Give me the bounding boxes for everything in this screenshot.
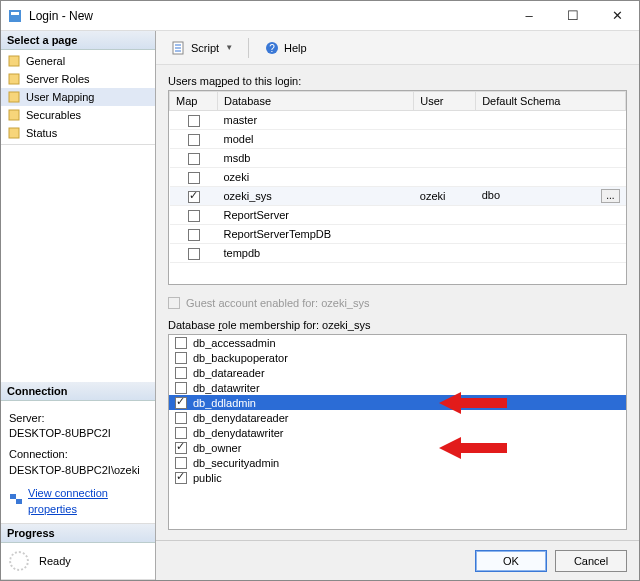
map-checkbox[interactable]: [188, 172, 200, 184]
guest-checkbox: [168, 297, 180, 309]
schema-browse-button[interactable]: ...: [601, 189, 619, 203]
mapping-row[interactable]: tempdb: [170, 244, 626, 263]
svg-rect-8: [16, 499, 22, 504]
role-checkbox[interactable]: [175, 442, 187, 454]
col-user[interactable]: User: [414, 92, 476, 111]
role-db_denydatawriter[interactable]: db_denydatawriter: [169, 425, 626, 440]
cancel-button[interactable]: Cancel: [555, 550, 627, 572]
schema-cell: [476, 130, 626, 149]
page-label: Securables: [26, 109, 81, 121]
user-cell: [414, 149, 476, 168]
role-label: db_securityadmin: [193, 457, 279, 469]
script-icon: [171, 40, 187, 56]
mapping-row[interactable]: master: [170, 111, 626, 130]
db-cell: msdb: [218, 149, 414, 168]
role-db_datareader[interactable]: db_datareader: [169, 365, 626, 380]
svg-rect-4: [9, 92, 19, 102]
role-public[interactable]: public: [169, 470, 626, 485]
map-checkbox[interactable]: [188, 248, 200, 260]
role-label: db_denydatareader: [193, 412, 288, 424]
close-button[interactable]: ✕: [595, 1, 639, 30]
mapping-row[interactable]: ReportServerTempDB: [170, 225, 626, 244]
schema-cell: [476, 111, 626, 130]
page-icon: [7, 108, 21, 122]
page-server-roles[interactable]: Server Roles: [1, 70, 155, 88]
role-db_accessadmin[interactable]: db_accessadmin: [169, 335, 626, 350]
schema-cell: [476, 168, 626, 187]
role-checkbox[interactable]: [175, 412, 187, 424]
page-status[interactable]: Status: [1, 124, 155, 142]
page-icon: [7, 90, 21, 104]
progress-status: Ready: [39, 555, 71, 567]
mapping-row[interactable]: model: [170, 130, 626, 149]
user-cell: [414, 130, 476, 149]
map-checkbox[interactable]: [188, 115, 200, 127]
server-value: DESKTOP-8UBPC2I: [9, 426, 147, 441]
user-cell: [414, 111, 476, 130]
col-database[interactable]: Database: [218, 92, 414, 111]
maximize-button[interactable]: ☐: [551, 1, 595, 30]
script-button[interactable]: Script ▼: [164, 37, 240, 59]
map-checkbox[interactable]: [188, 134, 200, 146]
page-general[interactable]: General: [1, 52, 155, 70]
role-label: db_accessadmin: [193, 337, 276, 349]
map-checkbox[interactable]: [188, 191, 200, 203]
app-icon: [7, 8, 23, 24]
ok-button[interactable]: OK: [475, 550, 547, 572]
page-user-mapping[interactable]: User Mapping: [1, 88, 155, 106]
db-cell: ReportServerTempDB: [218, 225, 414, 244]
help-button[interactable]: ? Help: [257, 37, 314, 59]
col-map[interactable]: Map: [170, 92, 218, 111]
role-checkbox[interactable]: [175, 472, 187, 484]
role-checkbox[interactable]: [175, 427, 187, 439]
role-checkbox[interactable]: [175, 397, 187, 409]
connection-value: DESKTOP-8UBPC2I\ozeki: [9, 463, 147, 478]
map-checkbox[interactable]: [188, 229, 200, 241]
role-db_ddladmin[interactable]: db_ddladmin: [169, 395, 626, 410]
role-checkbox[interactable]: [175, 382, 187, 394]
role-db_denydatareader[interactable]: db_denydatareader: [169, 410, 626, 425]
role-db_securityadmin[interactable]: db_securityadmin: [169, 455, 626, 470]
view-connection-link[interactable]: View connection properties: [9, 486, 147, 517]
mapping-grid[interactable]: Map Database User Default Schema masterm…: [168, 90, 627, 285]
window-title: Login - New: [29, 9, 507, 23]
role-db_owner[interactable]: db_owner: [169, 440, 626, 455]
page-securables[interactable]: Securables: [1, 106, 155, 124]
schema-cell: [476, 225, 626, 244]
connection-header: Connection: [1, 382, 155, 401]
view-connection-text: View connection properties: [28, 486, 147, 517]
role-db_datawriter[interactable]: db_datawriter: [169, 380, 626, 395]
network-icon: [9, 492, 23, 510]
guest-account-row: Guest account enabled for: ozeki_sys: [168, 297, 627, 309]
role-db_backupoperator[interactable]: db_backupoperator: [169, 350, 626, 365]
mapping-row[interactable]: ozeki_sysozekidbo...: [170, 187, 626, 206]
toolbar: Script ▼ ? Help: [156, 31, 639, 65]
progress-header: Progress: [1, 524, 155, 543]
help-label: Help: [284, 42, 307, 54]
user-cell: [414, 168, 476, 187]
page-icon: [7, 72, 21, 86]
user-cell: [414, 225, 476, 244]
col-schema[interactable]: Default Schema: [476, 92, 626, 111]
mapping-row[interactable]: msdb: [170, 149, 626, 168]
spinner-icon: [9, 551, 29, 571]
mapping-row[interactable]: ozeki: [170, 168, 626, 187]
svg-text:?: ?: [269, 43, 275, 54]
script-label: Script: [191, 42, 219, 54]
mapping-row[interactable]: ReportServer: [170, 206, 626, 225]
role-checkbox[interactable]: [175, 337, 187, 349]
role-checkbox[interactable]: [175, 367, 187, 379]
role-checkbox[interactable]: [175, 457, 187, 469]
svg-rect-3: [9, 74, 19, 84]
map-checkbox[interactable]: [188, 210, 200, 222]
role-checkbox[interactable]: [175, 352, 187, 364]
svg-rect-5: [9, 110, 19, 120]
minimize-button[interactable]: –: [507, 1, 551, 30]
db-cell: ReportServer: [218, 206, 414, 225]
map-checkbox[interactable]: [188, 153, 200, 165]
select-page-header: Select a page: [1, 31, 155, 50]
db-cell: model: [218, 130, 414, 149]
page-label: User Mapping: [26, 91, 94, 103]
roles-list[interactable]: db_accessadmindb_backupoperatordb_datare…: [168, 334, 627, 530]
schema-cell: [476, 244, 626, 263]
